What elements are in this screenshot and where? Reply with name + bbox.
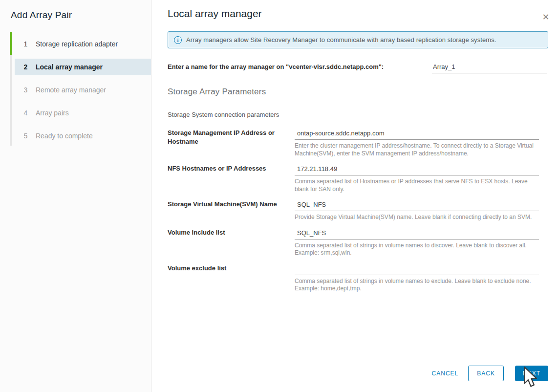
field-label: Volume exclude list bbox=[168, 264, 295, 293]
volume-exclude-list-input[interactable] bbox=[295, 264, 539, 275]
field-volume-exclude-list: Volume exclude list Comma separated list… bbox=[168, 264, 548, 293]
field-svm-name: Storage Virtual Machine(SVM) Name Provid… bbox=[168, 200, 548, 221]
wizard-content: Local array manager ✕ i Array managers a… bbox=[152, 0, 558, 392]
info-banner: i Array managers allow Site Recovery Man… bbox=[168, 31, 548, 48]
field-help-text: Enter the cluster management IP address/… bbox=[295, 142, 539, 157]
step-label: Array pairs bbox=[36, 109, 69, 117]
step-number: 5 bbox=[22, 132, 29, 140]
field-help-text: Comma separated list of strings in volum… bbox=[295, 242, 539, 257]
step-array-pairs[interactable]: 4 Array pairs bbox=[15, 101, 151, 124]
field-help-text: Provide Storage Virtual Machine(SVM) nam… bbox=[295, 214, 539, 221]
field-label: Storage Virtual Machine(SVM) Name bbox=[168, 200, 295, 221]
info-banner-text: Array managers allow Site Recovery Manag… bbox=[186, 36, 496, 44]
section-heading: Storage Array Parameters bbox=[168, 87, 548, 97]
close-icon[interactable]: ✕ bbox=[539, 11, 552, 23]
page-title: Local array manager bbox=[168, 8, 548, 20]
step-storage-replication-adapter[interactable]: 1 Storage replication adapter bbox=[15, 32, 151, 55]
wizard-sidebar: Add Array Pair 1 Storage replication ada… bbox=[0, 0, 151, 392]
wizard-title: Add Array Pair bbox=[11, 10, 151, 21]
add-array-pair-dialog: { "wizard": { "title": "Add Array Pair",… bbox=[0, 0, 558, 392]
step-number: 4 bbox=[22, 109, 29, 117]
step-local-array-manager[interactable]: 2 Local array manager bbox=[15, 59, 151, 75]
field-storage-management-ip: Storage Management IP Address or Hostnam… bbox=[168, 129, 548, 157]
field-help-text: Comma separated list of Hostnames or IP … bbox=[295, 178, 539, 193]
array-manager-name-label: Enter a name for the array manager on "v… bbox=[168, 63, 384, 71]
nfs-hostnames-input[interactable] bbox=[295, 165, 539, 175]
step-label: Storage replication adapter bbox=[36, 40, 118, 48]
volume-include-list-input[interactable] bbox=[295, 229, 539, 240]
field-label: Volume include list bbox=[168, 228, 295, 257]
field-nfs-hostnames: NFS Hostnames or IP Addresses Comma sepa… bbox=[168, 164, 548, 193]
array-manager-name-input[interactable] bbox=[432, 63, 547, 73]
step-number: 3 bbox=[22, 86, 29, 94]
wizard-steps: 1 Storage replication adapter 2 Local ar… bbox=[10, 32, 151, 147]
step-label: Remote array manager bbox=[36, 86, 106, 94]
step-ready-to-complete[interactable]: 5 Ready to complete bbox=[15, 124, 151, 147]
step-label: Local array manager bbox=[36, 63, 103, 71]
wizard-footer: CANCEL BACK NEXT bbox=[432, 366, 548, 381]
step-remote-array-manager[interactable]: 3 Remote array manager bbox=[15, 78, 151, 101]
storage-management-ip-input[interactable] bbox=[295, 129, 539, 140]
step-number: 2 bbox=[22, 63, 29, 71]
step-number: 1 bbox=[22, 40, 29, 48]
svm-name-input[interactable] bbox=[295, 200, 539, 211]
steps-track-done-segment bbox=[10, 32, 12, 55]
storage-parameter-fields: Storage Management IP Address or Hostnam… bbox=[168, 129, 548, 293]
back-button[interactable]: BACK bbox=[468, 366, 504, 381]
array-manager-name-row: Enter a name for the array manager on "v… bbox=[168, 63, 548, 73]
field-label: Storage Management IP Address or Hostnam… bbox=[168, 129, 295, 157]
info-icon: i bbox=[174, 36, 182, 44]
next-button[interactable]: NEXT bbox=[515, 366, 548, 381]
step-label: Ready to complete bbox=[36, 132, 93, 140]
field-volume-include-list: Volume include list Comma separated list… bbox=[168, 228, 548, 257]
connection-parameters-label: Storage System connection parameters bbox=[168, 111, 548, 118]
field-help-text: Comma separated list of strings in volum… bbox=[295, 278, 539, 293]
field-label: NFS Hostnames or IP Addresses bbox=[168, 164, 295, 193]
cancel-button[interactable]: CANCEL bbox=[432, 366, 459, 381]
